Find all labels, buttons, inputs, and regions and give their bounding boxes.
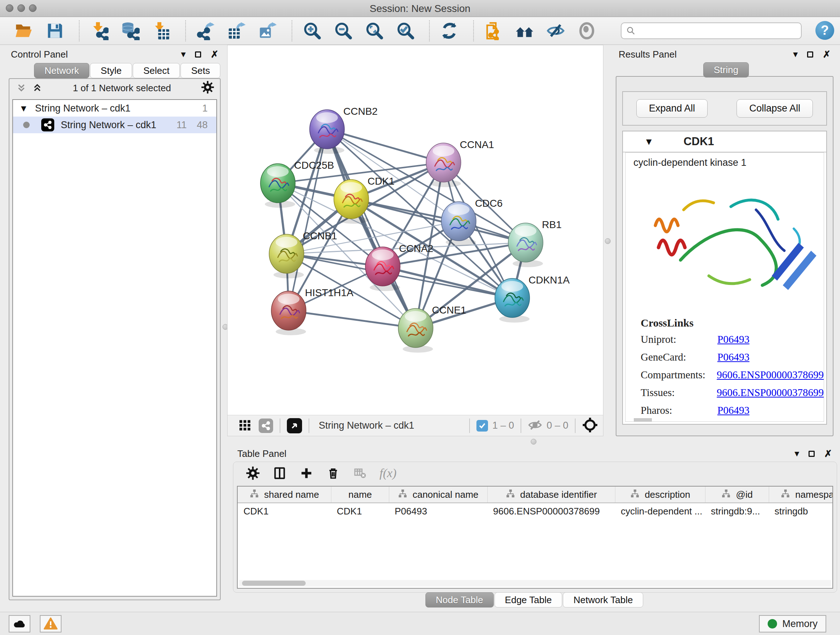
edge-CCNE1-HIST1H1A[interactable] [289, 310, 416, 328]
column-header-shared-name[interactable]: shared name [238, 486, 331, 502]
table-cell[interactable]: CDK1 [331, 506, 389, 517]
show-all-button[interactable] [576, 21, 597, 41]
tab-network[interactable]: Network [34, 63, 89, 78]
search-field[interactable] [621, 22, 802, 39]
export-table-button[interactable] [226, 21, 247, 41]
string-network-badge-icon[interactable] [259, 418, 273, 433]
table-hscrollbar[interactable] [239, 580, 831, 586]
table-hscrollbar-thumb[interactable] [242, 581, 306, 586]
memory-button[interactable]: Memory [759, 615, 826, 632]
fit-selected-crosshair-icon[interactable] [582, 417, 598, 434]
tab-sets[interactable]: Sets [180, 63, 220, 78]
cloud-button[interactable] [9, 615, 30, 632]
table-cell[interactable]: stringdb:9... [705, 506, 769, 517]
tab-network-table[interactable]: Network Table [563, 592, 643, 608]
crosslink-link[interactable]: 9606.ENSP00000378699 [717, 386, 824, 399]
crosslink-link[interactable]: P06493 [717, 351, 750, 363]
results-panel-float-icon[interactable] [807, 51, 813, 57]
network-view[interactable]: CCNB2 CCNA1 CDC25B CDK1 CDC6 RB1 [227, 45, 603, 436]
add-column-icon[interactable] [299, 466, 314, 480]
control-panel-close-icon[interactable]: ✗ [210, 50, 218, 59]
node-CDKN1A[interactable]: CDKN1A [495, 274, 570, 323]
network-graph[interactable]: CCNB2 CCNA1 CDC25B CDK1 CDC6 RB1 [227, 45, 603, 415]
column-header-@id[interactable]: @id [705, 486, 769, 502]
table-panel-close-icon[interactable]: ✗ [824, 449, 832, 458]
export-image-button[interactable] [257, 21, 278, 41]
results-panel-collapse-icon[interactable]: ▼ [793, 51, 798, 57]
results-panel-close-icon[interactable]: ✗ [823, 50, 831, 59]
show-columns-icon[interactable] [272, 466, 287, 480]
right-splitter-handle[interactable] [605, 238, 611, 244]
crosslink-link[interactable]: P06493 [717, 404, 750, 416]
grid-view-icon[interactable] [238, 418, 251, 433]
tab-string[interactable]: String [703, 62, 749, 78]
apply-layout-button[interactable] [439, 21, 459, 41]
table-settings-gear-icon[interactable] [246, 466, 260, 480]
expand-all-button[interactable]: Expand All [636, 99, 708, 118]
selected-items-checkbox[interactable] [477, 420, 488, 432]
table-row[interactable]: CDK1CDK1P064939606.ENSP00000378699cyclin… [238, 503, 832, 519]
crosslink-link[interactable]: 9606.ENSP00000378699 [717, 369, 824, 381]
node-HIST1H1A[interactable]: HIST1H1A [271, 287, 354, 335]
node-CCNB2[interactable]: CCNB2 [309, 106, 378, 154]
column-header-database-identifier[interactable]: database identifier [487, 486, 615, 502]
node-CDK1[interactable]: CDK1 [334, 176, 395, 224]
node-CCNB1[interactable]: CCNB1 [269, 230, 337, 279]
table-panel-collapse-icon[interactable]: ▼ [794, 451, 799, 457]
import-database-button[interactable] [120, 21, 141, 41]
node-CDC6[interactable]: CDC6 [441, 198, 502, 246]
hide-selection-button[interactable] [546, 21, 566, 41]
node-CCNA1[interactable]: CCNA1 [426, 139, 494, 187]
collection-expand-icon[interactable]: ▼ [21, 105, 27, 112]
birdseye-view-icon[interactable] [287, 418, 302, 433]
table-panel-float-icon[interactable] [808, 451, 815, 457]
export-network-button[interactable] [195, 21, 216, 41]
network-collection-row[interactable]: ▼ String Network – cdk1 1 [13, 100, 216, 117]
results-scrollbar-thumb[interactable] [634, 418, 652, 422]
column-header-namespace[interactable]: namespace [769, 486, 833, 502]
network-row[interactable]: String Network – cdk1 11 48 [13, 117, 216, 133]
table-cell[interactable]: cyclin-dependent ... [615, 506, 705, 517]
zoom-fit-button[interactable] [364, 21, 384, 41]
zoom-selected-button[interactable] [395, 21, 415, 41]
column-header-description[interactable]: description [615, 486, 705, 502]
save-session-button[interactable] [45, 21, 65, 41]
shared-column-icon [781, 489, 790, 501]
collapse-all-button[interactable]: Collapse All [737, 99, 813, 118]
column-header-name[interactable]: name [331, 486, 389, 502]
cdk1-collapse-icon[interactable]: ▼ [646, 138, 652, 145]
control-panel-float-icon[interactable] [195, 51, 201, 57]
control-panel-collapse-icon[interactable]: ▼ [181, 51, 186, 57]
clone-network-button[interactable] [483, 21, 504, 41]
table-cell[interactable]: CDK1 [238, 506, 331, 517]
search-input[interactable] [639, 25, 801, 37]
horizontal-splitter-handle[interactable] [531, 439, 537, 445]
tab-select[interactable]: Select [133, 63, 180, 78]
table-cell[interactable]: 9606.ENSP00000378699 [487, 506, 615, 517]
collapse-all-trees-icon[interactable] [16, 82, 27, 93]
column-header-canonical-name[interactable]: canonical name [389, 486, 487, 502]
node-CDC25B[interactable]: CDC25B [261, 160, 334, 208]
open-session-button[interactable] [14, 21, 34, 41]
node-CCNE1[interactable]: CCNE1 [398, 304, 466, 353]
network-options-gear-icon[interactable] [201, 81, 214, 95]
tab-edge-table[interactable]: Edge Table [494, 592, 562, 608]
node-RB1[interactable]: RB1 [508, 219, 561, 267]
cdk1-section-header[interactable]: ▼ CDK1 [623, 131, 826, 152]
expand-all-trees-icon[interactable] [32, 82, 43, 93]
current-network-name: String Network – cdk1 [319, 420, 414, 431]
tab-style[interactable]: Style [90, 63, 132, 78]
help-button[interactable]: ? [815, 21, 834, 40]
zoom-out-button[interactable] [333, 21, 353, 41]
crosslink-link[interactable]: P06493 [717, 333, 750, 345]
import-table-button[interactable] [151, 21, 172, 41]
home-layouts-button[interactable] [515, 21, 535, 41]
delete-column-icon[interactable] [326, 466, 340, 480]
table-cell[interactable]: stringdb [769, 506, 833, 517]
edge-CCNB2-HIST1H1A[interactable] [289, 129, 327, 310]
zoom-in-button[interactable] [302, 21, 322, 41]
table-cell[interactable]: P06493 [389, 506, 487, 517]
warnings-button[interactable] [40, 615, 62, 632]
tab-node-table[interactable]: Node Table [425, 592, 494, 608]
import-network-button[interactable] [89, 21, 109, 41]
